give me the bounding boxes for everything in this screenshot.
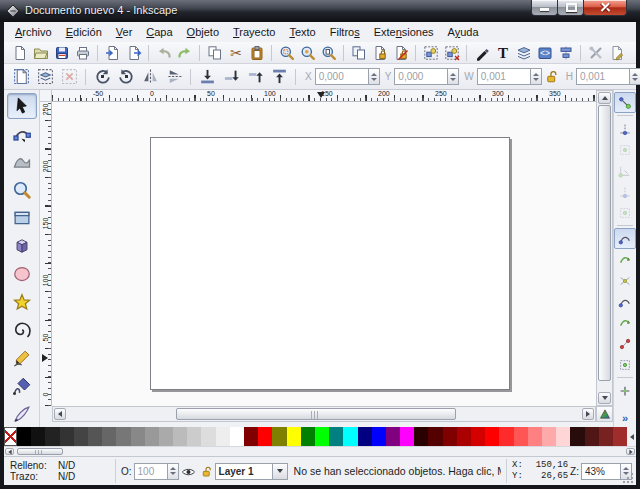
- deselect-button[interactable]: [57, 65, 81, 89]
- snap-bbox-button[interactable]: [614, 118, 636, 139]
- document-properties-button[interactable]: [606, 42, 627, 63]
- snap-smooth-nodes-button[interactable]: [614, 312, 636, 333]
- canvas[interactable]: [52, 102, 596, 406]
- snap-midpoints-button[interactable]: [614, 333, 636, 354]
- color-swatch[interactable]: [499, 427, 513, 446]
- box-3d-button[interactable]: [7, 233, 37, 259]
- no-color-swatch[interactable]: [4, 427, 17, 446]
- layer-lock-toggle[interactable]: [200, 465, 213, 478]
- snap-cusp-nodes-button[interactable]: [614, 291, 636, 312]
- print-document-button[interactable]: [72, 42, 93, 63]
- color-swatch[interactable]: [102, 427, 116, 446]
- ungroup-button[interactable]: [441, 42, 462, 63]
- color-swatch[interactable]: [386, 427, 400, 446]
- rectangle-button[interactable]: [7, 205, 37, 231]
- maximize-button[interactable]: [557, 0, 584, 16]
- color-swatch[interactable]: [173, 427, 187, 446]
- y-field[interactable]: 0,000: [394, 68, 448, 85]
- height-field-spinner[interactable]: [630, 68, 640, 85]
- color-swatch[interactable]: [443, 427, 457, 446]
- menu-edición[interactable]: Edición: [59, 24, 109, 40]
- document-page[interactable]: [150, 137, 510, 390]
- color-swatch[interactable]: [201, 427, 215, 446]
- snap-path-intersections-button[interactable]: [614, 270, 636, 291]
- vertical-ruler[interactable]: 250200150100500: [40, 102, 52, 406]
- color-swatch[interactable]: [570, 427, 584, 446]
- node-button[interactable]: [7, 121, 37, 147]
- opacity-spinner[interactable]: [168, 463, 179, 480]
- color-swatch[interactable]: [74, 427, 88, 446]
- color-swatch[interactable]: [514, 427, 528, 446]
- lock-ratio-icon[interactable]: [544, 69, 559, 84]
- star-button[interactable]: [7, 289, 37, 315]
- duplicate-button[interactable]: [348, 42, 369, 63]
- color-swatch[interactable]: [287, 427, 301, 446]
- copy-button[interactable]: [204, 42, 225, 63]
- scroll-left-button[interactable]: [54, 408, 66, 420]
- snap-bbox-edges-button[interactable]: [614, 139, 636, 160]
- color-swatch[interactable]: [258, 427, 272, 446]
- tweak-button[interactable]: [7, 149, 37, 175]
- lower-button[interactable]: [219, 65, 243, 89]
- horizontal-scrollbar[interactable]: [52, 406, 596, 422]
- opacity-field[interactable]: 100: [134, 463, 168, 480]
- color-managed-view-button[interactable]: [596, 406, 613, 422]
- snap-bbox-corners-button[interactable]: [614, 160, 636, 181]
- color-swatch[interactable]: [556, 427, 570, 446]
- snap-bbox-centers-button[interactable]: [614, 202, 636, 223]
- color-swatch[interactable]: [116, 427, 130, 446]
- color-swatch[interactable]: [244, 427, 258, 446]
- color-swatch[interactable]: [88, 427, 102, 446]
- calligraphy-button[interactable]: [7, 401, 37, 427]
- menu-filtros[interactable]: Filtros: [323, 24, 367, 40]
- horizontal-scrollbar-thumb[interactable]: [176, 408, 456, 420]
- vertical-scrollbar[interactable]: [596, 90, 613, 406]
- layer-combo-dropdown[interactable]: [273, 463, 288, 480]
- zoom-field[interactable]: 43%: [581, 463, 621, 480]
- close-button[interactable]: [583, 0, 627, 16]
- layers-dialog-button[interactable]: [513, 42, 534, 63]
- spiral-button[interactable]: [7, 317, 37, 343]
- title-bar[interactable]: Documento nuevo 4 - Inkscape: [0, 0, 640, 22]
- color-swatch[interactable]: [272, 427, 286, 446]
- color-swatch[interactable]: [343, 427, 357, 446]
- fill-stroke-indicator[interactable]: Relleno: N/D Trazo: N/D: [10, 460, 110, 482]
- color-swatch[interactable]: [428, 427, 442, 446]
- flip-vertical-button[interactable]: [162, 65, 186, 89]
- fill-stroke-dialog-button[interactable]: [471, 42, 492, 63]
- color-swatch[interactable]: [45, 427, 59, 446]
- horizontal-ruler[interactable]: -50050100150200250300350: [52, 90, 596, 102]
- select-all-layers-button[interactable]: [33, 65, 57, 89]
- scroll-down-button[interactable]: [598, 392, 611, 404]
- raise-button[interactable]: [243, 65, 267, 89]
- palette-scroll-left-button[interactable]: [5, 448, 14, 455]
- group-button[interactable]: [420, 42, 441, 63]
- resize-grip[interactable]: [622, 471, 635, 484]
- y-field-spinner[interactable]: [448, 68, 459, 85]
- color-swatch[interactable]: [400, 427, 414, 446]
- create-clone-button[interactable]: [369, 42, 390, 63]
- pencil-button[interactable]: [7, 345, 37, 371]
- zoom-selection-button[interactable]: [276, 42, 297, 63]
- palette-scroll-right-button[interactable]: [626, 448, 635, 455]
- new-document-button[interactable]: [9, 42, 30, 63]
- unlink-clone-button[interactable]: [390, 42, 411, 63]
- palette-scrollbar-thumb[interactable]: [17, 448, 63, 455]
- menu-archivo[interactable]: Archivo: [8, 24, 59, 40]
- flip-horizontal-button[interactable]: [138, 65, 162, 89]
- snap-page-border-button[interactable]: [614, 380, 636, 401]
- color-swatch[interactable]: [457, 427, 471, 446]
- color-swatch[interactable]: [585, 427, 599, 446]
- snap-bbox-edge-midpoints-button[interactable]: [614, 181, 636, 202]
- color-swatch[interactable]: [131, 427, 145, 446]
- menu-extensiones[interactable]: Extensiones: [367, 24, 441, 40]
- export-button[interactable]: [123, 42, 144, 63]
- color-swatch[interactable]: [471, 427, 485, 446]
- color-swatch[interactable]: [599, 427, 613, 446]
- layer-visibility-toggle[interactable]: [181, 464, 196, 479]
- selector-button[interactable]: [7, 93, 37, 119]
- import-button[interactable]: [102, 42, 123, 63]
- palette-arrow-button[interactable]: [627, 427, 636, 446]
- color-swatch[interactable]: [216, 427, 230, 446]
- snap-enable-button[interactable]: [614, 92, 636, 113]
